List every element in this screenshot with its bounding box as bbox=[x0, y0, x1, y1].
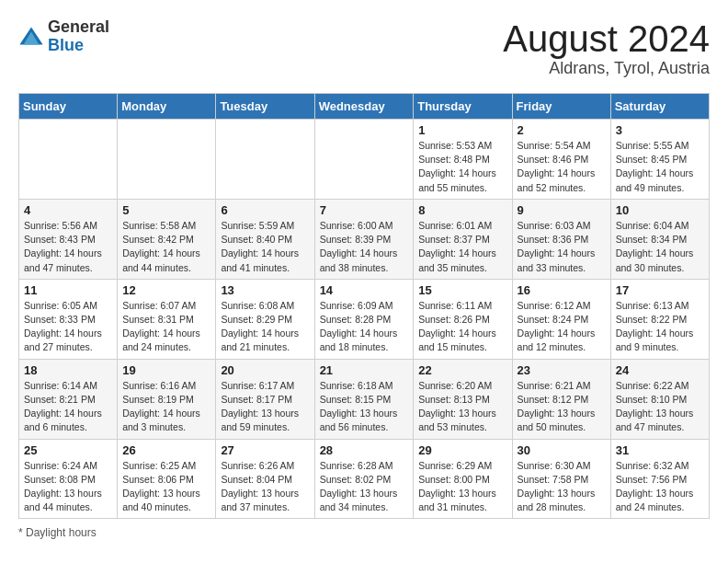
cell-content: 17Sunrise: 6:13 AM Sunset: 8:22 PM Dayli… bbox=[616, 283, 704, 355]
cell-content: 5Sunrise: 5:58 AM Sunset: 8:42 PM Daylig… bbox=[122, 203, 210, 275]
calendar-cell: 8Sunrise: 6:01 AM Sunset: 8:37 PM Daylig… bbox=[414, 199, 512, 279]
header-day-thursday: Thursday bbox=[414, 94, 512, 120]
day-info: Sunrise: 6:05 AM Sunset: 8:33 PM Dayligh… bbox=[24, 299, 112, 355]
day-number: 4 bbox=[24, 203, 112, 217]
calendar-cell: 23Sunrise: 6:21 AM Sunset: 8:12 PM Dayli… bbox=[512, 359, 610, 439]
day-number: 15 bbox=[418, 283, 506, 297]
month-year-title: August 2024 bbox=[503, 18, 710, 59]
day-number: 28 bbox=[320, 443, 409, 457]
day-info: Sunrise: 6:07 AM Sunset: 8:31 PM Dayligh… bbox=[122, 299, 210, 355]
day-info: Sunrise: 6:22 AM Sunset: 8:10 PM Dayligh… bbox=[616, 379, 704, 435]
cell-content: 4Sunrise: 5:56 AM Sunset: 8:43 PM Daylig… bbox=[24, 203, 112, 275]
calendar-cell: 22Sunrise: 6:20 AM Sunset: 8:13 PM Dayli… bbox=[414, 359, 512, 439]
day-info: Sunrise: 6:01 AM Sunset: 8:37 PM Dayligh… bbox=[418, 219, 506, 275]
cell-content: 11Sunrise: 6:05 AM Sunset: 8:33 PM Dayli… bbox=[24, 283, 112, 355]
day-number: 18 bbox=[24, 363, 112, 377]
day-number: 10 bbox=[616, 203, 704, 217]
day-info: Sunrise: 6:26 AM Sunset: 8:04 PM Dayligh… bbox=[221, 459, 309, 515]
cell-content: 8Sunrise: 6:01 AM Sunset: 8:37 PM Daylig… bbox=[418, 203, 506, 275]
day-number: 30 bbox=[518, 443, 606, 457]
calendar-cell: 21Sunrise: 6:18 AM Sunset: 8:15 PM Dayli… bbox=[314, 359, 414, 439]
day-number: 26 bbox=[122, 443, 210, 457]
cell-content: 16Sunrise: 6:12 AM Sunset: 8:24 PM Dayli… bbox=[518, 283, 606, 355]
cell-content: 31Sunrise: 6:32 AM Sunset: 7:56 PM Dayli… bbox=[616, 443, 704, 515]
day-info: Sunrise: 5:54 AM Sunset: 8:46 PM Dayligh… bbox=[518, 139, 606, 195]
cell-content: 30Sunrise: 6:30 AM Sunset: 7:58 PM Dayli… bbox=[518, 443, 606, 515]
day-number: 3 bbox=[616, 123, 704, 137]
cell-content: 6Sunrise: 5:59 AM Sunset: 8:40 PM Daylig… bbox=[221, 203, 309, 275]
day-info: Sunrise: 6:20 AM Sunset: 8:13 PM Dayligh… bbox=[418, 379, 506, 435]
cell-content: 1Sunrise: 5:53 AM Sunset: 8:48 PM Daylig… bbox=[418, 123, 506, 195]
cell-content: 19Sunrise: 6:16 AM Sunset: 8:19 PM Dayli… bbox=[122, 363, 210, 435]
cell-content: 10Sunrise: 6:04 AM Sunset: 8:34 PM Dayli… bbox=[616, 203, 704, 275]
day-number: 19 bbox=[122, 363, 210, 377]
calendar-cell: 4Sunrise: 5:56 AM Sunset: 8:43 PM Daylig… bbox=[19, 199, 118, 279]
calendar-cell: 6Sunrise: 5:59 AM Sunset: 8:40 PM Daylig… bbox=[216, 199, 314, 279]
calendar-header-row: SundayMondayTuesdayWednesdayThursdayFrid… bbox=[19, 94, 710, 120]
calendar-cell bbox=[314, 120, 414, 200]
cell-content: 12Sunrise: 6:07 AM Sunset: 8:31 PM Dayli… bbox=[122, 283, 210, 355]
day-number: 2 bbox=[518, 123, 606, 137]
header-day-wednesday: Wednesday bbox=[314, 94, 414, 120]
day-info: Sunrise: 6:29 AM Sunset: 8:00 PM Dayligh… bbox=[418, 459, 506, 515]
calendar-cell: 13Sunrise: 6:08 AM Sunset: 8:29 PM Dayli… bbox=[216, 279, 314, 359]
calendar-cell: 12Sunrise: 6:07 AM Sunset: 8:31 PM Dayli… bbox=[118, 279, 216, 359]
calendar-cell bbox=[118, 120, 216, 200]
day-info: Sunrise: 6:12 AM Sunset: 8:24 PM Dayligh… bbox=[518, 299, 606, 355]
cell-content: 9Sunrise: 6:03 AM Sunset: 8:36 PM Daylig… bbox=[518, 203, 606, 275]
cell-content: 22Sunrise: 6:20 AM Sunset: 8:13 PM Dayli… bbox=[418, 363, 506, 435]
cell-content: 29Sunrise: 6:29 AM Sunset: 8:00 PM Dayli… bbox=[418, 443, 506, 515]
day-info: Sunrise: 6:11 AM Sunset: 8:26 PM Dayligh… bbox=[418, 299, 506, 355]
day-number: 9 bbox=[518, 203, 606, 217]
footer-note: * Daylight hours bbox=[18, 526, 710, 539]
cell-content: 27Sunrise: 6:26 AM Sunset: 8:04 PM Dayli… bbox=[221, 443, 309, 515]
calendar-cell: 24Sunrise: 6:22 AM Sunset: 8:10 PM Dayli… bbox=[610, 359, 709, 439]
calendar-cell: 11Sunrise: 6:05 AM Sunset: 8:33 PM Dayli… bbox=[19, 279, 118, 359]
calendar-cell: 10Sunrise: 6:04 AM Sunset: 8:34 PM Dayli… bbox=[610, 199, 709, 279]
calendar-cell: 29Sunrise: 6:29 AM Sunset: 8:00 PM Dayli… bbox=[414, 439, 512, 519]
page-header: General Blue August 2024 Aldrans, Tyrol,… bbox=[18, 18, 710, 78]
calendar-cell: 7Sunrise: 6:00 AM Sunset: 8:39 PM Daylig… bbox=[314, 199, 414, 279]
location-title: Aldrans, Tyrol, Austria bbox=[503, 59, 710, 78]
day-info: Sunrise: 6:21 AM Sunset: 8:12 PM Dayligh… bbox=[518, 379, 606, 435]
day-number: 25 bbox=[24, 443, 112, 457]
cell-content: 18Sunrise: 6:14 AM Sunset: 8:21 PM Dayli… bbox=[24, 363, 112, 435]
day-info: Sunrise: 6:04 AM Sunset: 8:34 PM Dayligh… bbox=[616, 219, 704, 275]
day-number: 8 bbox=[418, 203, 506, 217]
day-info: Sunrise: 6:16 AM Sunset: 8:19 PM Dayligh… bbox=[122, 379, 210, 435]
day-info: Sunrise: 6:25 AM Sunset: 8:06 PM Dayligh… bbox=[122, 459, 210, 515]
day-info: Sunrise: 6:18 AM Sunset: 8:15 PM Dayligh… bbox=[320, 379, 409, 435]
day-info: Sunrise: 6:30 AM Sunset: 7:58 PM Dayligh… bbox=[518, 459, 606, 515]
day-info: Sunrise: 6:08 AM Sunset: 8:29 PM Dayligh… bbox=[221, 299, 309, 355]
day-number: 17 bbox=[616, 283, 704, 297]
header-day-sunday: Sunday bbox=[19, 94, 118, 120]
header-day-tuesday: Tuesday bbox=[216, 94, 314, 120]
cell-content: 23Sunrise: 6:21 AM Sunset: 8:12 PM Dayli… bbox=[518, 363, 606, 435]
calendar-week-row: 4Sunrise: 5:56 AM Sunset: 8:43 PM Daylig… bbox=[19, 199, 710, 279]
title-area: August 2024 Aldrans, Tyrol, Austria bbox=[503, 18, 710, 78]
cell-content: 13Sunrise: 6:08 AM Sunset: 8:29 PM Dayli… bbox=[221, 283, 309, 355]
day-number: 27 bbox=[221, 443, 309, 457]
day-number: 21 bbox=[320, 363, 409, 377]
calendar-cell: 25Sunrise: 6:24 AM Sunset: 8:08 PM Dayli… bbox=[19, 439, 118, 519]
cell-content: 7Sunrise: 6:00 AM Sunset: 8:39 PM Daylig… bbox=[320, 203, 409, 275]
calendar-cell bbox=[216, 120, 314, 200]
calendar-cell: 14Sunrise: 6:09 AM Sunset: 8:28 PM Dayli… bbox=[314, 279, 414, 359]
day-number: 12 bbox=[122, 283, 210, 297]
day-number: 16 bbox=[518, 283, 606, 297]
day-number: 6 bbox=[221, 203, 309, 217]
day-info: Sunrise: 6:03 AM Sunset: 8:36 PM Dayligh… bbox=[518, 219, 606, 275]
day-info: Sunrise: 6:14 AM Sunset: 8:21 PM Dayligh… bbox=[24, 379, 112, 435]
cell-content: 20Sunrise: 6:17 AM Sunset: 8:17 PM Dayli… bbox=[221, 363, 309, 435]
day-info: Sunrise: 5:58 AM Sunset: 8:42 PM Dayligh… bbox=[122, 219, 210, 275]
day-number: 20 bbox=[221, 363, 309, 377]
calendar-cell: 18Sunrise: 6:14 AM Sunset: 8:21 PM Dayli… bbox=[19, 359, 118, 439]
calendar-week-row: 1Sunrise: 5:53 AM Sunset: 8:48 PM Daylig… bbox=[19, 120, 710, 200]
calendar-cell: 5Sunrise: 5:58 AM Sunset: 8:42 PM Daylig… bbox=[118, 199, 216, 279]
cell-content: 2Sunrise: 5:54 AM Sunset: 8:46 PM Daylig… bbox=[518, 123, 606, 195]
calendar-cell: 3Sunrise: 5:55 AM Sunset: 8:45 PM Daylig… bbox=[610, 120, 709, 200]
day-number: 29 bbox=[418, 443, 506, 457]
cell-content: 14Sunrise: 6:09 AM Sunset: 8:28 PM Dayli… bbox=[320, 283, 409, 355]
day-number: 31 bbox=[616, 443, 704, 457]
calendar-table: SundayMondayTuesdayWednesdayThursdayFrid… bbox=[18, 93, 710, 519]
